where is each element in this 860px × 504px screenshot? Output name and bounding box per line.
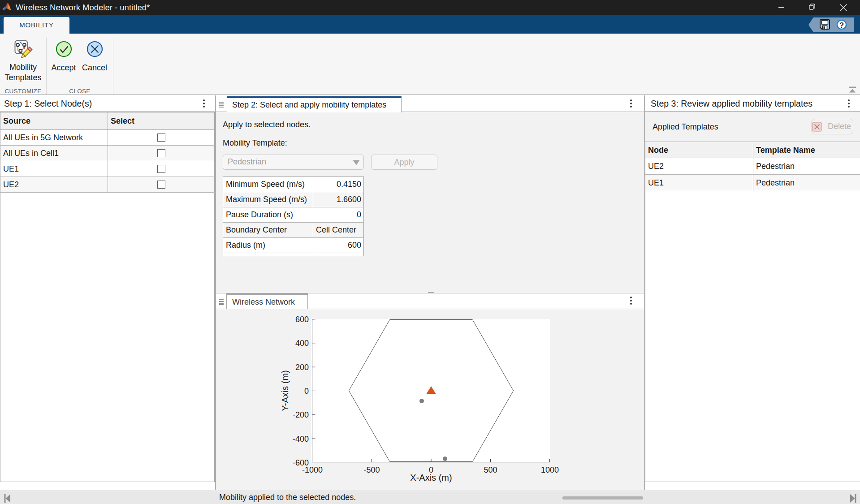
svg-text:600: 600 xyxy=(295,315,309,324)
svg-text:Y-Axis (m): Y-Axis (m) xyxy=(280,370,290,411)
svg-text:?: ? xyxy=(839,21,844,30)
svg-text:0: 0 xyxy=(304,387,309,396)
svg-text:X-Axis (m): X-Axis (m) xyxy=(410,473,452,482)
svg-text:200: 200 xyxy=(295,363,309,372)
svg-text:500: 500 xyxy=(484,465,497,474)
svg-text:-200: -200 xyxy=(293,410,309,419)
svg-text:400: 400 xyxy=(295,339,309,348)
svg-text:-400: -400 xyxy=(293,435,309,444)
svg-text:-1000: -1000 xyxy=(302,465,323,474)
svg-text:-500: -500 xyxy=(363,465,380,474)
svg-text:1000: 1000 xyxy=(541,465,559,474)
